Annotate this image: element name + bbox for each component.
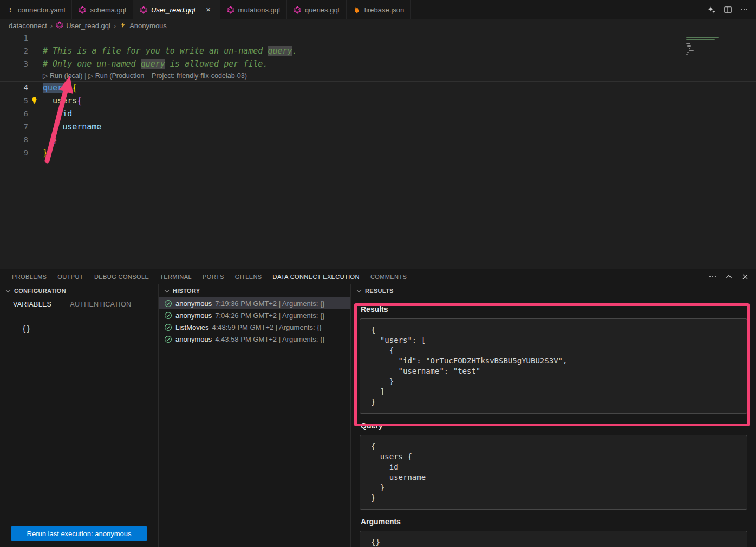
split-editor-icon[interactable] [724, 5, 732, 14]
minimap-line [687, 45, 691, 47]
history-header[interactable]: HISTORY [159, 284, 350, 297]
firebase-icon [353, 6, 361, 14]
code-line-5[interactable]: 5 users{ [0, 94, 756, 107]
code-line-6[interactable]: 6 id [0, 107, 756, 120]
history-item[interactable]: anonymous7:04:26 PM GMT+2 | Arguments: {… [159, 309, 350, 321]
code-line-8[interactable]: 8 } [0, 133, 756, 146]
configuration-title: CONFIGURATION [14, 288, 66, 294]
history-item-meta: 4:48:59 PM GMT+2 | Arguments: {} [212, 323, 321, 331]
tab-mutations-gql[interactable]: mutations.gql [220, 0, 287, 19]
code-line-7[interactable]: 7 username [0, 120, 756, 133]
line-number: 7 [0, 120, 28, 133]
results-header[interactable]: RESULTS [351, 284, 756, 297]
tab-label: User_read.gql [151, 6, 195, 14]
tab-label: schema.gql [90, 6, 126, 14]
results-section: RESULTS Results { "users": [ { "id": "Or… [351, 284, 756, 547]
history-item[interactable]: anonymous4:43:58 PM GMT+2 | Arguments: {… [159, 333, 350, 345]
config-tab-authentication[interactable]: AUTHENTICATION [70, 301, 131, 311]
panel-tab-problems[interactable]: PROBLEMS [6, 269, 52, 284]
tab-User_read-gql[interactable]: User_read.gql× [133, 0, 220, 19]
code-token: } [43, 148, 48, 158]
code-editor[interactable]: 12# This is a file for you to write an u… [0, 31, 756, 269]
check-circle-icon [164, 299, 172, 308]
history-item-name: anonymous [175, 311, 212, 320]
breadcrumb-item-User_read.gql[interactable]: User_read.gql [56, 21, 110, 30]
panel-tab-data-connect-execution[interactable]: DATA CONNECT EXECUTION [268, 269, 365, 284]
run-production-link[interactable]: ▷ Run (Production – Project: friendly-fl… [88, 72, 247, 80]
rerun-button[interactable]: Rerun last execution: anonymous [11, 526, 147, 541]
panel-tab-strip: PROBLEMSOUTPUTDEBUG CONSOLETERMINALPORTS… [6, 269, 412, 284]
config-tab-variables[interactable]: VARIABLES [13, 301, 51, 311]
tab-label: mutations.gql [238, 6, 280, 14]
chevron-down-icon [6, 288, 10, 292]
code-line-1[interactable]: 1 [0, 31, 756, 44]
panel-tab-bar: PROBLEMSOUTPUTDEBUG CONSOLETERMINALPORTS… [0, 269, 756, 284]
code-token [43, 109, 62, 119]
breadcrumb-item-dataconnect[interactable]: dataconnect [9, 22, 47, 30]
panel-tab-comments[interactable]: COMMENTS [365, 269, 412, 284]
history-item-name: anonymous [175, 299, 212, 308]
tab-firebase-json[interactable]: firebase.json [347, 0, 412, 19]
run-local-link[interactable]: ▷ Run (local) [43, 72, 83, 80]
line-number: 3 [0, 57, 28, 70]
minimap-line [686, 37, 719, 38]
panel-tab-output[interactable]: OUTPUT [52, 269, 89, 284]
history-item-name: anonymous [175, 335, 212, 343]
panel-tab-terminal[interactable]: TERMINAL [154, 269, 197, 284]
copilot-sparkle-icon[interactable] [707, 5, 716, 14]
line-number: 8 [0, 133, 28, 146]
panel-more-icon[interactable] [708, 272, 717, 281]
line-number: 1 [0, 31, 28, 44]
panel-tab-ports[interactable]: PORTS [197, 269, 230, 284]
lightbulb-icon[interactable] [30, 96, 38, 105]
editor-lines: 12# This is a file for you to write an u… [0, 31, 756, 159]
history-title: HISTORY [173, 288, 200, 294]
panel-tab-debug-console[interactable]: DEBUG CONSOLE [89, 269, 154, 284]
line-number: 4 [0, 81, 28, 94]
tab-label: queries.gql [305, 6, 340, 14]
code-line-9[interactable]: 9} [0, 146, 756, 159]
editor-tab-bar: !connector.yamlschema.gqlUser_read.gql×m… [0, 0, 756, 19]
check-circle-icon [164, 311, 172, 320]
arguments-text: {} [360, 531, 747, 547]
tab-label: connector.yaml [18, 6, 65, 14]
history-item[interactable]: anonymous7:19:36 PM GMT+2 | Arguments: {… [159, 297, 350, 309]
line-number: 9 [0, 146, 28, 159]
minimap[interactable] [686, 34, 748, 104]
panel-body: CONFIGURATION VARIABLESAUTHENTICATION {}… [0, 284, 756, 547]
bottom-panel: PROBLEMSOUTPUTDEBUG CONSOLETERMINALPORTS… [0, 269, 756, 547]
code-line-4[interactable]: 4query { [0, 81, 756, 94]
tab-schema-gql[interactable]: schema.gql [72, 0, 133, 19]
code-line-3[interactable]: 3# Only one un-named query is allowed pe… [0, 57, 756, 70]
history-item-meta: 4:43:58 PM GMT+2 | Arguments: {} [215, 335, 324, 343]
code-token: users [53, 96, 77, 106]
tab-label: firebase.json [364, 6, 405, 14]
minimap-line [686, 43, 690, 44]
arguments-label: Arguments [361, 517, 747, 526]
tab-close-icon[interactable]: × [204, 5, 213, 14]
panel-tab-gitlens[interactable]: GITLENS [230, 269, 268, 284]
panel-maximize-icon[interactable] [725, 272, 733, 281]
yaml-icon: ! [6, 6, 14, 14]
code-token: # Only one un-named [43, 59, 141, 69]
more-actions-icon[interactable] [740, 5, 748, 14]
breadcrumb-item-Anonymous[interactable]: Anonymous [119, 21, 167, 30]
minimap-line [687, 52, 689, 53]
code-line-2[interactable]: 2# This is a file for you to write an un… [0, 44, 756, 57]
results-label: Results [361, 305, 747, 314]
panel-close-icon[interactable] [741, 272, 750, 281]
check-circle-icon [164, 323, 172, 331]
configuration-header[interactable]: CONFIGURATION [0, 284, 158, 297]
code-token [43, 135, 53, 145]
history-item-meta: 7:04:26 PM GMT+2 | Arguments: {} [215, 311, 324, 320]
configuration-section: CONFIGURATION VARIABLESAUTHENTICATION {}… [0, 284, 159, 547]
code-token: { [77, 96, 82, 106]
tab-connector-yaml[interactable]: !connector.yaml [0, 0, 72, 19]
code-token: id [62, 109, 72, 119]
graphql-icon [56, 21, 63, 30]
line-number: 2 [0, 44, 28, 57]
minimap-line [686, 54, 688, 55]
tab-queries-gql[interactable]: queries.gql [287, 0, 347, 19]
history-item[interactable]: ListMovies4:48:59 PM GMT+2 | Arguments: … [159, 321, 350, 333]
results-content: Results { "users": [ { "id": "OrTucFODZH… [351, 297, 756, 547]
